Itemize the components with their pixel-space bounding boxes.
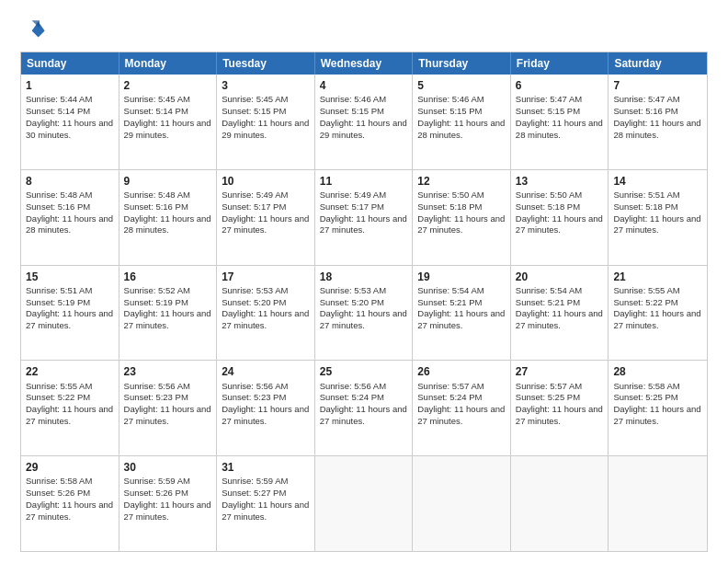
day-cell: 14 Sunrise: 5:51 AM Sunset: 5:18 PM Dayl…: [609, 170, 707, 265]
daylight-text: Daylight: 11 hours and 27 minutes.: [124, 500, 211, 522]
daylight-text: Daylight: 11 hours and 27 minutes.: [222, 404, 309, 426]
day-number: 5: [417, 78, 506, 93]
day-cell: 21 Sunrise: 5:55 AM Sunset: 5:22 PM Dayl…: [609, 266, 707, 361]
sunrise-text: Sunrise: 5:56 AM: [320, 381, 386, 391]
sunrise-text: Sunrise: 5:57 AM: [516, 381, 582, 391]
sunset-text: Sunset: 5:22 PM: [26, 392, 90, 402]
header-monday: Monday: [119, 52, 218, 75]
sunrise-text: Sunrise: 5:53 AM: [222, 285, 288, 295]
sunrise-text: Sunrise: 5:47 AM: [516, 94, 582, 104]
sunset-text: Sunset: 5:25 PM: [613, 392, 677, 402]
sunset-text: Sunset: 5:15 PM: [320, 106, 384, 116]
day-cell: 9 Sunrise: 5:48 AM Sunset: 5:16 PM Dayli…: [119, 170, 218, 265]
day-number: 24: [222, 364, 310, 379]
calendar: Sunday Monday Tuesday Wednesday Thursday…: [20, 52, 708, 552]
daylight-text: Daylight: 11 hours and 27 minutes.: [613, 404, 700, 426]
day-cell: 2 Sunrise: 5:45 AM Sunset: 5:14 PM Dayli…: [119, 75, 218, 169]
day-number: 28: [613, 364, 702, 379]
daylight-text: Daylight: 11 hours and 27 minutes.: [26, 404, 113, 426]
sunrise-text: Sunrise: 5:59 AM: [222, 476, 288, 486]
daylight-text: Daylight: 11 hours and 27 minutes.: [516, 308, 603, 330]
sunrise-text: Sunrise: 5:53 AM: [320, 285, 386, 295]
day-number: 21: [613, 270, 702, 284]
calendar-week: 1 Sunrise: 5:44 AM Sunset: 5:14 PM Dayli…: [21, 75, 707, 169]
sunrise-text: Sunrise: 5:44 AM: [26, 94, 92, 104]
calendar-week: 8 Sunrise: 5:48 AM Sunset: 5:16 PM Dayli…: [21, 169, 707, 265]
day-number: 20: [516, 270, 604, 284]
header-tuesday: Tuesday: [217, 52, 315, 75]
day-cell: 11 Sunrise: 5:49 AM Sunset: 5:17 PM Dayl…: [315, 170, 414, 265]
sunrise-text: Sunrise: 5:51 AM: [26, 285, 92, 295]
sunset-text: Sunset: 5:27 PM: [222, 488, 286, 498]
calendar-header: Sunday Monday Tuesday Wednesday Thursday…: [21, 52, 707, 75]
day-number: 19: [417, 270, 506, 284]
sunset-text: Sunset: 5:24 PM: [320, 392, 384, 402]
daylight-text: Daylight: 11 hours and 27 minutes.: [320, 404, 407, 426]
header-sunday: Sunday: [21, 52, 119, 75]
daylight-text: Daylight: 11 hours and 28 minutes.: [124, 213, 211, 236]
sunrise-text: Sunrise: 5:59 AM: [124, 476, 190, 486]
sunrise-text: Sunrise: 5:52 AM: [124, 285, 190, 295]
sunset-text: Sunset: 5:16 PM: [26, 201, 90, 212]
daylight-text: Daylight: 11 hours and 27 minutes.: [417, 404, 505, 426]
sunset-text: Sunset: 5:22 PM: [613, 297, 677, 307]
header-wednesday: Wednesday: [315, 52, 414, 75]
daylight-text: Daylight: 11 hours and 27 minutes.: [613, 213, 700, 236]
day-cell: 31 Sunrise: 5:59 AM Sunset: 5:27 PM Dayl…: [217, 456, 315, 551]
daylight-text: Daylight: 11 hours and 27 minutes.: [124, 404, 211, 426]
day-cell: 25 Sunrise: 5:56 AM Sunset: 5:24 PM Dayl…: [315, 361, 414, 455]
day-number: 17: [222, 270, 310, 284]
day-cell: 19 Sunrise: 5:54 AM Sunset: 5:21 PM Dayl…: [413, 266, 511, 361]
day-number: 2: [124, 78, 212, 93]
day-number: 10: [222, 174, 310, 189]
day-number: 29: [26, 460, 114, 475]
sunset-text: Sunset: 5:19 PM: [26, 297, 90, 307]
sunrise-text: Sunrise: 5:54 AM: [417, 285, 483, 295]
daylight-text: Daylight: 11 hours and 27 minutes.: [613, 308, 700, 330]
sunrise-text: Sunrise: 5:45 AM: [124, 94, 190, 104]
sunrise-text: Sunrise: 5:58 AM: [26, 476, 92, 486]
day-number: 26: [417, 364, 506, 379]
sunset-text: Sunset: 5:20 PM: [320, 297, 384, 307]
header-saturday: Saturday: [609, 52, 707, 75]
calendar-week: 15 Sunrise: 5:51 AM Sunset: 5:19 PM Dayl…: [21, 265, 707, 361]
day-number: 8: [26, 174, 114, 189]
day-cell: 16 Sunrise: 5:52 AM Sunset: 5:19 PM Dayl…: [119, 266, 218, 361]
calendar-body: 1 Sunrise: 5:44 AM Sunset: 5:14 PM Dayli…: [21, 75, 707, 551]
sunset-text: Sunset: 5:26 PM: [124, 488, 188, 498]
sunrise-text: Sunrise: 5:46 AM: [417, 94, 483, 104]
day-number: 3: [222, 78, 310, 93]
daylight-text: Daylight: 11 hours and 30 minutes.: [26, 118, 113, 140]
empty-cell: [511, 456, 609, 551]
day-cell: 29 Sunrise: 5:58 AM Sunset: 5:26 PM Dayl…: [21, 456, 119, 551]
sunset-text: Sunset: 5:19 PM: [124, 297, 188, 307]
daylight-text: Daylight: 11 hours and 27 minutes.: [222, 500, 309, 522]
sunset-text: Sunset: 5:15 PM: [417, 106, 482, 116]
daylight-text: Daylight: 11 hours and 27 minutes.: [222, 308, 309, 330]
daylight-text: Daylight: 11 hours and 27 minutes.: [222, 213, 309, 236]
daylight-text: Daylight: 11 hours and 28 minutes.: [26, 213, 113, 236]
day-number: 15: [26, 270, 114, 284]
sunset-text: Sunset: 5:15 PM: [222, 106, 286, 116]
sunrise-text: Sunrise: 5:48 AM: [124, 190, 190, 200]
day-cell: 12 Sunrise: 5:50 AM Sunset: 5:18 PM Dayl…: [413, 170, 511, 265]
day-cell: 8 Sunrise: 5:48 AM Sunset: 5:16 PM Dayli…: [21, 170, 119, 265]
sunrise-text: Sunrise: 5:50 AM: [516, 190, 582, 200]
empty-cell: [413, 456, 511, 551]
sunrise-text: Sunrise: 5:55 AM: [26, 381, 92, 391]
day-cell: 18 Sunrise: 5:53 AM Sunset: 5:20 PM Dayl…: [315, 266, 414, 361]
empty-cell: [315, 456, 414, 551]
sunset-text: Sunset: 5:14 PM: [124, 106, 188, 116]
day-cell: 4 Sunrise: 5:46 AM Sunset: 5:15 PM Dayli…: [315, 75, 414, 169]
sunrise-text: Sunrise: 5:49 AM: [222, 190, 288, 200]
day-cell: 20 Sunrise: 5:54 AM Sunset: 5:21 PM Dayl…: [511, 266, 609, 361]
day-number: 11: [320, 174, 408, 189]
daylight-text: Daylight: 11 hours and 27 minutes.: [417, 308, 505, 330]
day-cell: 13 Sunrise: 5:50 AM Sunset: 5:18 PM Dayl…: [511, 170, 609, 265]
sunset-text: Sunset: 5:23 PM: [124, 392, 188, 402]
sunset-text: Sunset: 5:25 PM: [516, 392, 580, 402]
sunrise-text: Sunrise: 5:56 AM: [124, 381, 190, 391]
daylight-text: Daylight: 11 hours and 27 minutes.: [26, 500, 113, 522]
day-number: 6: [516, 78, 604, 93]
day-cell: 28 Sunrise: 5:58 AM Sunset: 5:25 PM Dayl…: [609, 361, 707, 455]
